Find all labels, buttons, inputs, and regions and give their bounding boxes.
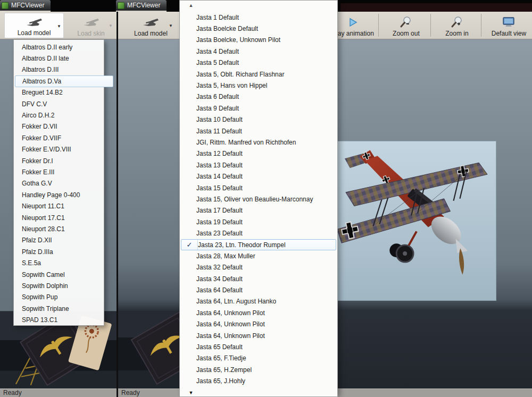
- menu-item[interactable]: Jasta 23 Default: [180, 227, 337, 239]
- menu-item[interactable]: Jasta 64, Unknown Pilot: [180, 330, 337, 341]
- menu-item[interactable]: Jasta 1 Default: [180, 12, 337, 23]
- menu-item[interactable]: Jasta 28, Max Muller: [180, 250, 337, 261]
- menu-item[interactable]: Jasta 65, J.Hohly: [180, 376, 337, 387]
- menu-item[interactable]: Jasta 13 Default: [180, 159, 337, 171]
- menu-item[interactable]: Jasta 9 Default: [180, 103, 337, 114]
- menu-item[interactable]: Pfalz D.XII: [14, 235, 104, 246]
- menu-item[interactable]: Fokker D.VIIF: [14, 132, 104, 143]
- menu-item[interactable]: Albatros D.III: [14, 64, 104, 75]
- menu-item-label: Albatros D.II early: [22, 44, 72, 51]
- menu-item[interactable]: Jasta 34 Default: [180, 273, 337, 284]
- menu-item[interactable]: Jasta 65 Default: [180, 341, 337, 352]
- window-title: MFCViewer: [11, 2, 44, 9]
- zoom-in-button[interactable]: Zoom in: [434, 13, 480, 38]
- menu-item-label: Jasta 4 Default: [196, 48, 239, 55]
- default-view-button[interactable]: Default view: [486, 13, 532, 38]
- menu-item[interactable]: Albatros D.Va: [15, 75, 113, 87]
- zoom-in-icon: [451, 14, 463, 30]
- menu-item[interactable]: Jasta 64, Ltn. August Hanko: [180, 296, 337, 307]
- menu-item[interactable]: Nieuport 11.C1: [14, 200, 104, 212]
- menu-item[interactable]: Jasta 64, Unknown Pilot: [180, 307, 337, 318]
- menu-item[interactable]: Nieuport 28.C1: [14, 223, 104, 234]
- menu-item[interactable]: Jasta 15, Oliver von Beaulieu-Marconnay: [180, 193, 337, 205]
- scroll-down-icon[interactable]: ▼: [187, 390, 195, 395]
- zoom-out-button[interactable]: Zoom out: [383, 13, 429, 38]
- menu-item-label: Jasta 5, Hans von Hippel: [196, 82, 267, 89]
- menu-item[interactable]: Fokker E.III: [14, 166, 104, 178]
- menu-item-label: Sopwith Pup: [22, 293, 57, 301]
- menu-item[interactable]: Jasta 64 Default: [180, 284, 337, 295]
- menu-item[interactable]: Jasta 14 Default: [180, 171, 337, 182]
- menu-item[interactable]: Sopwith Camel: [14, 269, 104, 280]
- menu-item[interactable]: Jasta 5, Hans von Hippel: [180, 80, 337, 91]
- background-window-strip: [340, 3, 532, 12]
- menu-item[interactable]: ✓Jasta 23, Ltn. Theodor Rumpel: [181, 239, 336, 250]
- menu-item[interactable]: DFV C.V: [14, 98, 104, 109]
- check-icon: ✓: [181, 240, 198, 250]
- menu-item[interactable]: Jasta 4 Default: [180, 46, 337, 57]
- menu-item[interactable]: Jasta 10 Default: [180, 114, 337, 125]
- menu-item[interactable]: Jasta 32 Default: [180, 262, 337, 273]
- menu-item[interactable]: Fokker D.VII: [14, 121, 104, 132]
- menu-item[interactable]: Jasta 17 Default: [180, 205, 337, 216]
- menu-item[interactable]: Jasta 64, Unknown Pilot: [180, 319, 337, 330]
- menu-item[interactable]: Albatros D.II late: [14, 53, 104, 64]
- menu-item[interactable]: Nieuport 17.C1: [14, 212, 104, 223]
- menu-item-label: Jasta 65, H.Zempel: [196, 366, 252, 374]
- menu-item-label: Jasta 5, Oblt. Richard Flashnar: [196, 71, 284, 78]
- menu-item-label: Jasta 64, Ltn. August Hanko: [196, 298, 276, 305]
- menu-item[interactable]: Pfalz D.IIIa: [14, 246, 104, 257]
- menu-item[interactable]: Handley Page 0-400: [14, 189, 104, 200]
- menu-item-label: Nieuport 28.C1: [22, 225, 65, 233]
- scroll-up-icon[interactable]: ▲: [187, 3, 195, 8]
- menu-item[interactable]: SPAD 13.C1: [14, 314, 104, 325]
- zoom-out-icon: [400, 14, 412, 30]
- toolbar-separator: [430, 14, 431, 37]
- load-model-menu: Albatros D.II earlyAlbatros D.II lateAlb…: [13, 39, 104, 326]
- menu-item-label: Jasta 11 Default: [196, 128, 242, 135]
- menu-item[interactable]: Jasta 19 Default: [180, 216, 337, 227]
- menu-item[interactable]: Jasta 5, Oblt. Richard Flashnar: [180, 69, 337, 80]
- dropdown-arrow-icon: ▼: [169, 23, 173, 28]
- dark-scene-window-2: [118, 311, 181, 388]
- default-view-label: Default view: [492, 30, 526, 37]
- menu-item[interactable]: Albatros D.II early: [14, 41, 104, 53]
- menu-item[interactable]: JGI, Rittm. Manfred von Richthofen: [180, 137, 337, 148]
- menu-item-label: SPAD 13.C1: [22, 316, 57, 324]
- menu-item[interactable]: Gotha G.V: [14, 178, 104, 189]
- menu-item-label: Sopwith Triplane: [22, 305, 69, 312]
- menu-item-label: Jasta 65, F.Tiedje: [196, 354, 246, 362]
- menu-item-label: Jasta 23 Default: [196, 230, 243, 237]
- menu-item-label: Fokker D.VIIF: [22, 134, 61, 142]
- menu-item[interactable]: Sopwith Dolphin: [14, 280, 104, 291]
- menu-item[interactable]: Airco D.H.2: [14, 109, 104, 121]
- menu-item-label: Gotha G.V: [22, 180, 52, 187]
- status-text: Ready: [121, 389, 140, 396]
- menu-item[interactable]: Sopwith Triplane: [14, 303, 104, 314]
- menu-item[interactable]: S.E.5a: [14, 257, 104, 268]
- menu-item[interactable]: Sopwith Pup: [14, 292, 104, 303]
- load-model-button[interactable]: Load model ▼: [127, 13, 175, 38]
- window-tab-2[interactable]: MFCViewer: [116, 0, 167, 12]
- menu-item[interactable]: Jasta 65, F.Tiedje: [180, 353, 337, 364]
- menu-item[interactable]: Jasta 12 Default: [180, 148, 337, 159]
- toolbar-window-1: Load model ▼ Load skin ▼: [0, 12, 117, 39]
- menu-item[interactable]: Jasta 65, H.Zempel: [180, 364, 337, 375]
- menu-item[interactable]: Jasta 11 Default: [180, 125, 337, 137]
- play-animation-label: Play animation: [332, 30, 374, 37]
- menu-item[interactable]: Jasta Boelcke, Unknown Pilot: [180, 35, 337, 46]
- menu-item-label: Sopwith Camel: [22, 271, 65, 278]
- menu-item[interactable]: Jasta 5 Default: [180, 57, 337, 69]
- menu-item[interactable]: Jasta 15 Default: [180, 182, 337, 193]
- menu-item[interactable]: Jasta Boelcke Default: [180, 23, 337, 34]
- menu-item[interactable]: Fokker E.V/D.VIII: [14, 144, 104, 155]
- load-model-button[interactable]: Load model ▼: [4, 13, 64, 38]
- status-text: Ready: [3, 389, 22, 396]
- menu-item-label: Jasta 64, Unknown Pilot: [196, 320, 265, 328]
- zoom-out-label: Zoom out: [393, 30, 420, 37]
- menu-item[interactable]: Breguet 14.B2: [14, 87, 104, 98]
- menu-item-label: Jasta 65, J.Hohly: [196, 377, 245, 385]
- menu-item[interactable]: Fokker Dr.I: [14, 155, 104, 166]
- menu-item[interactable]: Jasta 6 Default: [180, 91, 337, 103]
- window-tab-1[interactable]: MFCViewer: [0, 0, 51, 12]
